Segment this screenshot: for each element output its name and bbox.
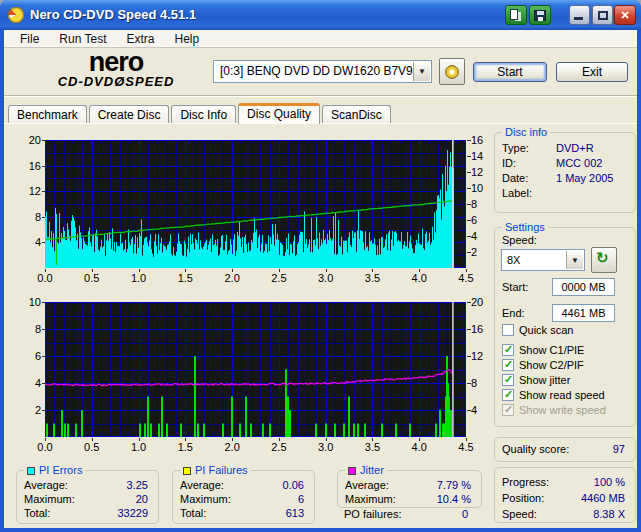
menu-help[interactable]: Help (165, 32, 210, 46)
axis-tick-label: 4 (471, 404, 489, 416)
axis-tick-label: 8 (471, 198, 489, 210)
start-button[interactable]: Start (473, 62, 547, 82)
stat-value: 613 (286, 507, 304, 519)
checkbox-box: ✓ (502, 404, 514, 416)
axis-tick-mark (467, 220, 471, 221)
pi-failures-group-title: PI Failures (180, 464, 251, 476)
refresh-button[interactable]: ↻ (591, 247, 617, 273)
axis-tick-label: 0.5 (80, 272, 104, 284)
stat-row-total-: Total:613 (180, 507, 308, 521)
tab-disc-quality[interactable]: Disc Quality (238, 103, 320, 124)
checkbox-box[interactable] (502, 324, 514, 336)
drive-select[interactable]: [0:3] BENQ DVD DD DW1620 B7V9 ▼ (213, 60, 432, 83)
axis-tick-mark (42, 166, 45, 167)
po-failures-label: PO failures: (344, 508, 401, 520)
tab-disc-info[interactable]: Disc Info (171, 105, 236, 124)
stat-value: 7.79 % (437, 479, 471, 491)
axis-tick-mark (42, 383, 45, 384)
pi-failures-legend-swatch (183, 467, 191, 475)
tab-create-disc[interactable]: Create Disc (89, 105, 170, 124)
axis-tick-label: 3.0 (314, 272, 338, 284)
axis-tick-mark (467, 252, 471, 253)
axis-tick-label: 4 (23, 236, 41, 248)
axis-tick-mark (279, 438, 280, 441)
axis-tick-label: 16 (471, 323, 489, 335)
start-position-label: Start: (502, 281, 528, 293)
minimize-button[interactable] (569, 5, 590, 25)
quality-score-label: Quality score: (502, 443, 569, 455)
title-bar[interactable]: Nero CD-DVD Speed 4.51.1 ✕ (0, 0, 641, 30)
pi-failures-jitter-chart (45, 302, 466, 437)
checkbox-quick-scan[interactable]: Quick scan (502, 323, 573, 337)
axis-tick-label: 1.0 (127, 441, 151, 453)
axis-tick-mark (139, 438, 140, 441)
axis-tick-label: 2.0 (220, 272, 244, 284)
end-position-field[interactable]: 4461 MB (552, 304, 615, 322)
maximize-button[interactable] (592, 5, 613, 25)
disc-icon (445, 65, 459, 79)
axis-tick-label: 2.5 (267, 441, 291, 453)
axis-tick-label: 4 (23, 377, 41, 389)
checkbox-show-jitter[interactable]: ✓Show jitter (502, 373, 570, 387)
jitter-group: Jitter Average:7.79 %Maximum:10.4 % (337, 470, 482, 508)
checkbox-box[interactable]: ✓ (502, 344, 514, 356)
pi-errors-group: PI Errors Average:3.25Maximum:20Total:33… (16, 470, 159, 524)
end-position-label: End: (502, 307, 525, 319)
axis-tick-mark (372, 438, 373, 441)
axis-tick-label: 10 (471, 182, 489, 194)
checkbox-show-read-speed[interactable]: ✓Show read speed (502, 388, 605, 402)
axis-tick-label: 6 (471, 214, 489, 226)
axis-tick-label: 0.0 (33, 272, 57, 284)
axis-tick-mark (326, 269, 327, 272)
save-results-button[interactable] (529, 5, 551, 25)
axis-tick-label: 10 (23, 296, 41, 308)
axis-tick-mark (232, 269, 233, 272)
copy-results-button[interactable] (505, 5, 527, 25)
tab-scandisc[interactable]: ScanDisc (322, 105, 391, 124)
chevron-down-icon[interactable]: ▼ (566, 251, 583, 269)
axis-tick-label: 3.5 (360, 441, 384, 453)
checkbox-show-c2-pif[interactable]: ✓Show C2/PIF (502, 358, 584, 372)
chevron-down-icon[interactable]: ▼ (413, 62, 430, 81)
menu-file[interactable]: File (10, 32, 49, 46)
eject-disc-button[interactable] (439, 58, 465, 85)
speed-label: Speed: (502, 234, 537, 246)
axis-tick-mark (42, 329, 45, 330)
axis-tick-mark (326, 438, 327, 441)
stat-value: 20 (136, 493, 148, 505)
speed-select[interactable]: 8X ▼ (501, 249, 585, 271)
axis-tick-label: 12 (23, 185, 41, 197)
axis-tick-label: 6 (23, 350, 41, 362)
disc-info-value: DVD+R (556, 142, 594, 154)
start-position-field[interactable]: 0000 MB (552, 278, 615, 296)
axis-tick-mark (92, 269, 93, 272)
window-title: Nero CD-DVD Speed 4.51.1 (30, 7, 196, 22)
checkbox-box[interactable]: ✓ (502, 374, 514, 386)
stat-row-total-: Total:33229 (24, 507, 152, 521)
close-button[interactable]: ✕ (614, 5, 636, 25)
axis-tick-label: 0.0 (33, 441, 57, 453)
maximize-icon (598, 11, 608, 20)
axis-tick-mark (467, 172, 471, 173)
axis-tick-label: 3.0 (314, 441, 338, 453)
exit-button[interactable]: Exit (556, 62, 628, 82)
minimize-icon (574, 17, 583, 20)
axis-tick-mark (467, 410, 471, 411)
axis-tick-mark (42, 410, 45, 411)
checkbox-box[interactable]: ✓ (502, 389, 514, 401)
stat-row-progress-: Progress:100 % (502, 476, 629, 490)
tab-benchmark[interactable]: Benchmark (8, 105, 87, 124)
checkbox-box[interactable]: ✓ (502, 359, 514, 371)
axis-tick-mark (419, 438, 420, 441)
disc-info-row-label-: Label: (502, 187, 629, 201)
menu-extra[interactable]: Extra (116, 32, 164, 46)
checkbox-show-c1-pie[interactable]: ✓Show C1/PIE (502, 343, 584, 357)
axis-tick-mark (467, 140, 471, 141)
axis-tick-mark (467, 302, 471, 303)
refresh-icon: ↻ (596, 249, 609, 267)
disc-info-row-id-: ID:MCC 002 (502, 157, 629, 171)
menu-run-test[interactable]: Run Test (49, 32, 116, 46)
save-icon (534, 10, 546, 21)
axis-tick-mark (45, 438, 46, 441)
axis-tick-label: 4.5 (454, 441, 478, 453)
